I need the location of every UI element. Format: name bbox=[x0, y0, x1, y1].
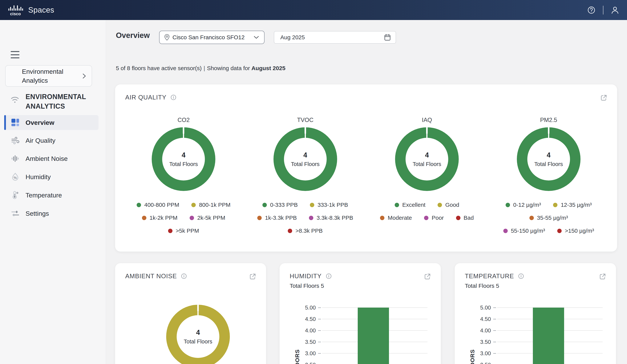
donut-group-title: CO2 bbox=[177, 117, 190, 124]
info-icon[interactable] bbox=[518, 273, 524, 279]
donut-legend: ExcellentGoodModeratePoorBad bbox=[380, 202, 474, 221]
legend-dot-icon bbox=[424, 216, 428, 220]
legend-row: 1k-3.3k PPB3.3k-8.3k PPB bbox=[257, 214, 353, 221]
legend-label: 35-55 µg/m³ bbox=[537, 214, 568, 221]
legend-item[interactable]: 0-12 µg/m³ bbox=[506, 202, 541, 208]
air-quality-card: AIR QUALITY CO2 4 Total Floors 4 bbox=[115, 84, 617, 252]
legend-item[interactable]: 1k-2k PPM bbox=[142, 214, 178, 221]
legend-item[interactable]: >5k PPM bbox=[168, 228, 199, 234]
user-icon[interactable] bbox=[611, 6, 619, 14]
status-prefix: 5 of 8 floors have active sensor(s) bbox=[116, 65, 202, 71]
sidebar-item-ambient-noise[interactable]: Ambient Noise bbox=[4, 151, 99, 166]
y-tick-label: 4.50 bbox=[455, 316, 491, 322]
legend-item[interactable]: >150 µg/m³ bbox=[557, 228, 594, 234]
donut-legend: 400-800 PPM800-1k PPM1k-2k PPM2k-5k PPM>… bbox=[137, 202, 231, 234]
donut-total-label: Total Floors bbox=[169, 161, 198, 167]
app-switcher-environmental-analytics[interactable]: Environmental Analytics bbox=[5, 65, 92, 87]
legend-row: >8.3k PPB bbox=[257, 228, 353, 234]
donut-chart[interactable]: 4 Total Floors bbox=[517, 127, 580, 191]
menu-toggle-icon[interactable] bbox=[11, 51, 19, 58]
legend-label: 400-800 PPM bbox=[144, 202, 179, 208]
legend-row: 55-150 µg/m³>150 µg/m³ bbox=[503, 228, 594, 234]
legend-item[interactable]: 55-150 µg/m³ bbox=[503, 228, 545, 234]
external-link-icon[interactable] bbox=[249, 273, 256, 280]
legend-item[interactable]: 800-1k PPM bbox=[191, 202, 230, 208]
info-icon[interactable] bbox=[171, 95, 176, 100]
air-quality-donut-groups: CO2 4 Total Floors 400-800 PPM800-1k PPM… bbox=[123, 117, 610, 234]
legend-dot-icon bbox=[395, 203, 399, 207]
legend-item[interactable]: 35-55 µg/m³ bbox=[529, 214, 568, 221]
y-tick-label: 5.00 bbox=[455, 305, 491, 311]
legend-item[interactable]: 333-1k PPB bbox=[310, 202, 348, 208]
info-icon[interactable] bbox=[181, 273, 187, 279]
main-content: Overview Cisco San Francisco SFO12 Aug 2… bbox=[106, 20, 627, 364]
legend-row: >5k PPM bbox=[137, 228, 231, 234]
legend-item[interactable]: Moderate bbox=[380, 214, 412, 221]
donut-chart[interactable]: 4 Total Floors bbox=[152, 127, 215, 191]
ambient-noise-donut-chart[interactable]: 4 Total Floors bbox=[166, 305, 230, 364]
axis-tick bbox=[318, 330, 321, 331]
sidebar-item-humidity[interactable]: % Humidity bbox=[4, 169, 99, 184]
donut-total-label: Total Floors bbox=[413, 161, 441, 167]
legend-row: 0-12 µg/m³12-35 µg/m³ bbox=[503, 202, 594, 208]
sidebar-item-air-quality[interactable]: Air Quality bbox=[4, 133, 99, 148]
wind-icon bbox=[11, 136, 19, 145]
temperature-subtitle: Total Floors 5 bbox=[465, 283, 499, 289]
legend-dot-icon bbox=[506, 203, 510, 207]
calendar-icon[interactable] bbox=[384, 34, 391, 41]
legend-item[interactable]: 2k-5k PPM bbox=[190, 214, 225, 221]
legend-item[interactable]: Poor bbox=[424, 214, 444, 221]
legend-item[interactable]: 12-35 µg/m³ bbox=[553, 202, 592, 208]
legend-label: Excellent bbox=[402, 202, 425, 208]
top-nav: cisco Spaces bbox=[0, 0, 627, 20]
legend-dot-icon bbox=[168, 229, 172, 233]
donut-group-tvoc: TVOC 4 Total Floors 0-333 PPB333-1k PPB1… bbox=[245, 117, 366, 234]
legend-dot-icon bbox=[438, 203, 442, 207]
location-select-value: Cisco San Francisco SFO12 bbox=[172, 34, 245, 41]
external-link-icon[interactable] bbox=[600, 94, 607, 101]
humidity-subtitle: Total Floors 5 bbox=[290, 283, 324, 289]
sidebar-item-label: Settings bbox=[26, 210, 49, 217]
legend-item[interactable]: 400-800 PPM bbox=[137, 202, 179, 208]
legend-row: 400-800 PPM800-1k PPM bbox=[137, 202, 231, 208]
legend-label: 800-1k PPM bbox=[199, 202, 230, 208]
temperature-bar-chart[interactable]: 5.004.504.003.503.002.50 bbox=[455, 308, 616, 364]
info-icon[interactable] bbox=[326, 273, 332, 279]
month-picker[interactable]: Aug 2025 bbox=[274, 31, 396, 44]
donut-legend: 0-12 µg/m³12-35 µg/m³35-55 µg/m³55-150 µ… bbox=[503, 202, 594, 234]
legend-dot-icon bbox=[310, 203, 314, 207]
humidity-bar-chart[interactable]: 5.004.504.003.503.002.50 bbox=[280, 308, 441, 364]
axis-tick bbox=[318, 353, 321, 354]
ambient-noise-card-title: AMBIENT NOISE bbox=[125, 272, 177, 280]
external-link-icon[interactable] bbox=[599, 273, 606, 280]
legend-label: 3.3k-8.3k PPB bbox=[316, 214, 353, 221]
sidebar-item-overview[interactable]: Overview bbox=[4, 115, 99, 130]
donut-group-title: TVOC bbox=[297, 117, 314, 124]
legend-label: 1k-3.3k PPB bbox=[265, 214, 297, 221]
legend-dot-icon bbox=[262, 203, 267, 207]
svg-text:cisco: cisco bbox=[10, 11, 21, 16]
legend-item[interactable]: 0-333 PPB bbox=[262, 202, 298, 208]
sidebar-item-temperature[interactable]: Temperature bbox=[4, 188, 99, 203]
legend-item[interactable]: 1k-3.3k PPB bbox=[257, 214, 297, 221]
legend-item[interactable]: >8.3k PPB bbox=[288, 228, 323, 234]
y-axis-label: TOTAL FLOORS bbox=[469, 349, 476, 364]
location-pin-icon bbox=[164, 34, 170, 41]
donut-chart[interactable]: 4 Total Floors bbox=[395, 127, 459, 191]
legend-item[interactable]: Good bbox=[438, 202, 459, 208]
legend-label: Good bbox=[445, 202, 459, 208]
legend-item[interactable]: Bad bbox=[456, 214, 474, 221]
floor-count-bar[interactable] bbox=[358, 308, 389, 364]
sidebar-item-settings[interactable]: Settings bbox=[4, 206, 99, 221]
external-link-icon[interactable] bbox=[424, 273, 431, 280]
legend-dot-icon bbox=[380, 216, 384, 220]
legend-item[interactable]: 3.3k-8.3k PPB bbox=[309, 214, 353, 221]
temperature-card-title: TEMPERATURE bbox=[465, 272, 514, 280]
legend-dot-icon bbox=[191, 203, 196, 207]
legend-item[interactable]: Excellent bbox=[395, 202, 425, 208]
floor-count-bar[interactable] bbox=[533, 308, 564, 364]
donut-chart[interactable]: 4 Total Floors bbox=[273, 127, 337, 191]
help-icon[interactable] bbox=[587, 6, 596, 14]
location-select[interactable]: Cisco San Francisco SFO12 bbox=[159, 31, 264, 44]
legend-dot-icon bbox=[557, 229, 562, 233]
